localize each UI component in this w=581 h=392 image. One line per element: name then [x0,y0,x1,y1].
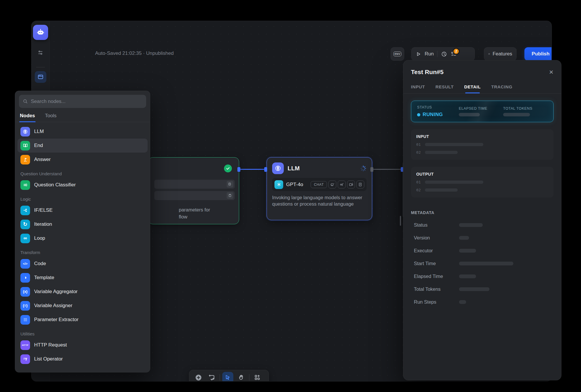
node-item-http-request[interactable]: HTTP HTTP Request [18,338,148,352]
section-header: Logic [20,197,148,202]
node-item-list-operator[interactable]: List Operator [18,352,148,366]
start-node[interactable]: parameters for flow [148,157,239,224]
audio-capability-icon [338,181,346,188]
placeholder-bar [425,143,483,146]
pointer-icon[interactable] [222,372,233,382]
node-item-question-classifier[interactable]: Question Classifier [18,178,148,192]
env-icon: ENV [393,52,401,56]
variable-assign-icon: {=} [20,301,30,311]
panel-tabs: Nodes Tools [15,108,150,122]
divider [437,51,438,57]
workflow-settings-icon[interactable] [35,47,46,58]
placeholder-bar [459,223,483,227]
placeholder-bar [459,236,469,240]
llm-node[interactable]: LLM GPT-4o CHAT [267,157,372,220]
node-item-label: Code [34,261,46,267]
field-copy-icon[interactable] [227,181,233,188]
running-dot-icon [417,113,420,116]
node-item-answer[interactable]: Answer [18,153,148,167]
tab-result[interactable]: RESULT [435,84,454,93]
app-logo-robot-icon[interactable] [33,25,48,40]
panel-window-icon[interactable] [35,71,46,83]
publish-button[interactable]: Publish [524,47,552,61]
node-item-label: HTTP Request [34,342,67,348]
node-item-if-else[interactable]: IF/ELSE [18,203,148,217]
node-item-label: Parameter Extractor [34,317,78,323]
node-item-code[interactable]: </> Code [18,257,148,271]
env-button[interactable]: ENV [391,47,404,61]
features-button[interactable]: Features [484,47,517,61]
node-item-loop[interactable]: ∞ Loop [18,231,148,245]
search-field[interactable] [19,95,146,108]
node-search-panel: Nodes Tools LLM End Answer Question Unde… [15,91,150,372]
status-card: STATUS RUNING ELAPSED TIME TOTAL TOKENS [411,101,554,122]
node-item-end[interactable]: End [18,139,148,153]
node-item-label: Iteration [34,221,52,227]
placeholder-bar [459,287,489,291]
llm-node-title: LLM [288,165,300,172]
divider [403,93,561,94]
metadata-key: Version [414,235,459,241]
tab-tools[interactable]: Tools [45,113,57,122]
metadata-key: Run Steps [414,299,459,305]
organize-icon[interactable] [252,372,263,382]
checklist-wrap[interactable]: 2 [451,51,457,57]
brain-icon [272,162,284,174]
edge-start-to-llm[interactable] [239,169,267,170]
test-run-panel: Test Run#5 ✕ INPUT RESULT DETAIL TRACING… [403,60,561,380]
run-panel-tabs: INPUT RESULT DETAIL TRACING [411,84,554,93]
node-item-iteration[interactable]: ↻ Iteration [18,217,148,231]
success-check-icon [224,164,232,172]
node-item-variable-assigner[interactable]: {=} Variable Assigner [18,299,148,313]
cycle-icon: ↻ [20,220,30,229]
start-output-handle[interactable] [237,167,240,172]
llm-output-handle[interactable] [370,167,373,172]
section-header: Utilities [20,331,148,336]
http-icon: HTTP [20,340,30,350]
placeholder-bar [459,262,513,265]
node-item-label: List Operator [34,356,63,362]
metadata-key: Elapsed Time [414,274,459,279]
run-button[interactable]: Run [425,51,434,57]
tab-nodes[interactable]: Nodes [20,113,35,122]
search-input[interactable] [31,99,142,104]
start-field-row[interactable] [154,191,235,200]
model-selector[interactable]: GPT-4o CHAT [272,178,367,191]
placeholder-bar [425,151,458,154]
rail-divider [36,67,45,67]
node-item-label: Variable Aggregator [34,289,78,295]
edge-llm-to-end[interactable] [372,169,402,170]
autosave-status: Auto-Saved 21:02:35 · Unpublished [95,50,174,56]
tab-tracing[interactable]: TRACING [491,84,512,93]
template-icon: ◑ [20,273,30,283]
add-note-icon[interactable] [206,372,217,382]
llm-input-handle[interactable] [264,167,267,172]
panel-resize-handle[interactable] [400,216,401,226]
metadata-key: Total Tokens [414,286,459,292]
run-history-icon[interactable] [441,51,447,57]
input-card: INPUT 01 02 [411,129,554,160]
document-capability-icon [356,181,364,188]
tab-input[interactable]: INPUT [411,84,425,93]
section-header: Transform [20,250,148,255]
node-item-label: End [34,143,43,148]
play-icon[interactable] [416,51,421,57]
field-copy-icon[interactable] [227,192,233,199]
placeholder-bar [503,113,530,116]
node-item-parameter-extractor[interactable]: Parameter Extractor [18,313,148,327]
row-number: 02 [416,150,421,155]
add-node-icon[interactable] [193,372,204,382]
node-item-llm[interactable]: LLM [18,125,148,139]
start-field-row[interactable] [154,180,235,189]
video-capability-icon [347,181,355,188]
hand-icon[interactable] [236,372,247,382]
node-item-variable-aggregator[interactable]: {x} Variable Aggregator [18,285,148,299]
close-icon[interactable]: ✕ [549,69,554,76]
placeholder-bar [459,274,476,278]
screen: Auto-Saved 21:02:35 · Unpublished ENV Ru… [0,0,581,392]
publish-label: Publish [532,51,550,57]
node-item-template[interactable]: ◑ Template [18,271,148,285]
dot-grid-icon [20,315,30,325]
elapsed-time-label: ELAPSED TIME [459,106,503,111]
tab-detail[interactable]: DETAIL [464,84,481,93]
